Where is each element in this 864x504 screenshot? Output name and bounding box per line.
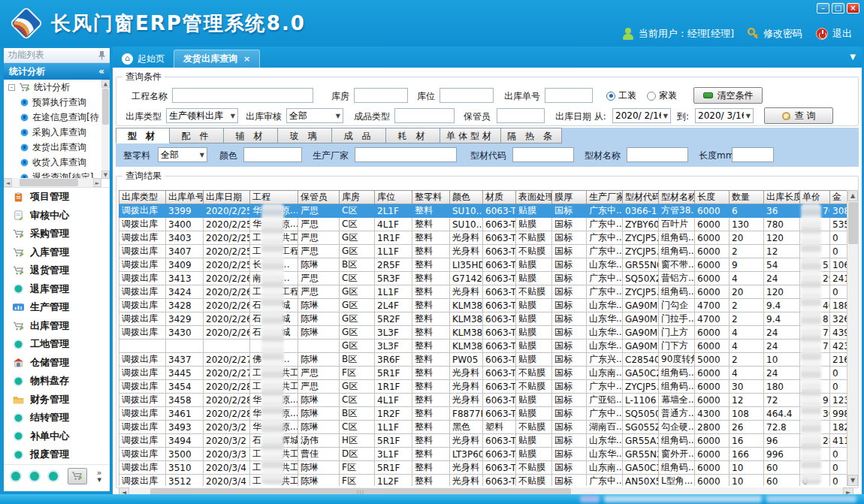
outbound-audit-select[interactable]: 全部 ▼ [286, 108, 343, 123]
location-input[interactable] [440, 88, 494, 103]
sidebar-item-7[interactable]: 生产管理 [4, 298, 110, 317]
profile-name-input[interactable] [627, 147, 688, 162]
profile-code-input[interactable] [512, 147, 574, 162]
table-row[interactable]: 调拨出库34002020/2/25华原...严思C区4L1F整料SU10...6… [119, 218, 851, 231]
sidebar-tree-item-5[interactable]: 收货入库查询 [4, 155, 101, 170]
sidebar-item-4[interactable]: 入库管理 [4, 243, 110, 262]
material-tab-1[interactable]: 型 材 [116, 128, 170, 143]
radio-jiazhuang[interactable]: 家装 [647, 89, 677, 102]
scroll-up-icon[interactable]: ▲ [101, 80, 110, 88]
column-header[interactable]: 型材名称 [659, 191, 695, 204]
table-row[interactable]: 调拨出库34942020/3/2石辉城汤伟H区5R1F整料光身料6063-T5贴… [119, 434, 851, 448]
table-row[interactable]: 调拨出库34302020/2/26石城陈琳G区3L3F整料KLM38176063… [119, 326, 851, 340]
column-header[interactable]: 单价 [800, 191, 830, 204]
table-row[interactable]: 调拨出库34032020/2/25工共工程严思G区1R1F整料光身料6063-T… [119, 231, 851, 245]
table-row[interactable]: 调拨出库34092020/2/25长...陈琳B区2R5F整料LI35HD606… [119, 258, 851, 272]
tree-hscroll-thumb[interactable] [20, 179, 78, 186]
sidebar-item-10[interactable]: 仓储管理 [4, 354, 110, 373]
column-header[interactable]: 数量 [730, 191, 764, 204]
tree-expander-icon[interactable]: - [8, 84, 15, 91]
sidebar-item-8[interactable]: 出库管理 [4, 317, 110, 336]
tree-vertical-scrollbar[interactable]: ▲ ▼ [101, 80, 110, 179]
material-tab-3[interactable]: 辅 材 [224, 128, 278, 143]
table-row[interactable]: 调拨出库34542020/2/28工共工程严思G区1R1F整料光身料6063-T… [119, 380, 851, 394]
clear-conditions-button[interactable]: 清空条件 [693, 87, 763, 104]
column-header[interactable]: 长度 [695, 191, 730, 204]
table-row[interactable]: 调拨出库35122020/3/4工共工程陈琳F区1L2F整料光身料6063-T5… [119, 475, 851, 487]
module-dot-icon[interactable] [11, 472, 20, 481]
length-input[interactable] [732, 147, 774, 162]
sidebar-item-12[interactable]: 财务管理 [4, 391, 110, 409]
table-row[interactable]: 调拨出库34242020/2/26工工程严思G区1L1F整料光身料6063-T5… [119, 285, 851, 299]
sidebar-tree-item-3[interactable]: 采购入库查询 [4, 125, 101, 140]
table-row[interactable]: 调拨出库34452020/2/27工共工程严思F区5R1F整料光身料6063-T… [119, 367, 851, 380]
tab-shipment-outbound-query[interactable]: 发货出库查询 × [174, 50, 260, 68]
column-header[interactable]: 膜厚 [552, 191, 587, 204]
module-cart-button[interactable] [68, 468, 87, 484]
column-header[interactable]: 整零料 [412, 191, 450, 204]
column-header[interactable]: 出库日期 [204, 191, 250, 204]
column-header[interactable]: 表面处理 [516, 191, 552, 204]
column-header[interactable]: 型材代码 [623, 191, 659, 204]
table-row[interactable]: 调拨出库35002020/3/3工共工程曹佳D区3L1F整料LT3P606063… [119, 448, 851, 461]
date-to-select[interactable]: 2020/ 3/16 ▼ [695, 108, 754, 123]
tab-close-icon[interactable]: × [243, 54, 250, 64]
column-header[interactable]: 库房 [340, 191, 375, 204]
sidebar-item-13[interactable]: 结转管理 [4, 409, 110, 427]
table-row[interactable]: 调拨出库34132020/2/26南...严思C区5R3F整料G71422606… [119, 272, 851, 285]
sidebar-item-11[interactable]: 物料盘存 [4, 372, 110, 391]
table-vertical-scrollbar[interactable]: ▲ ▼ [847, 190, 858, 486]
color-input[interactable] [243, 147, 302, 162]
column-header[interactable]: 出库长度 [764, 191, 800, 204]
sidebar-tree-item-4[interactable]: 发货出库查询 [4, 140, 101, 155]
table-vscroll-thumb[interactable] [848, 202, 858, 244]
sidebar-tree-item-2[interactable]: 在途信息查询[待 [4, 110, 101, 125]
material-tab-2[interactable]: 配 件 [170, 128, 224, 143]
column-header[interactable]: 材质 [483, 191, 516, 204]
scroll-up-icon[interactable]: ▲ [847, 190, 858, 201]
date-from-select[interactable]: 2020/ 2/16 ▼ [612, 108, 671, 123]
keeper-input[interactable] [497, 108, 545, 123]
module-dot-icon[interactable] [49, 472, 58, 481]
material-tab-4[interactable]: 玻 璃 [278, 128, 332, 143]
material-tab-5[interactable]: 成 品 [332, 128, 386, 143]
material-tab-8[interactable]: 隔 热 条 [501, 128, 562, 143]
column-header[interactable]: 保管员 [298, 191, 340, 204]
sidebar-item-5[interactable]: 退货管理 [4, 261, 110, 280]
column-header[interactable]: 颜色 [450, 191, 483, 204]
tree-horizontal-scrollbar[interactable]: ◄ ► [4, 178, 101, 187]
sidebar-item-9[interactable]: 工地管理 [4, 335, 110, 354]
minimize-button[interactable]: – [817, 3, 829, 14]
scroll-right-icon[interactable]: ► [93, 178, 101, 187]
factory-input[interactable] [355, 147, 457, 162]
sidebar-item-6[interactable]: 退库管理 [4, 280, 110, 299]
table-row[interactable]: 调拨出库34072020/2/25工工程严思G区1L1F整料光身料6063-T5… [119, 245, 851, 258]
scroll-down-icon[interactable]: ▼ [101, 171, 110, 179]
collapse-icon[interactable]: « [98, 66, 104, 77]
column-header[interactable]: 库位 [375, 191, 412, 204]
material-tab-6[interactable]: 耗 材 [386, 128, 440, 143]
outbound-type-select[interactable]: 生产领料出库 ▼ [166, 108, 238, 123]
sidebar-tree-item-1[interactable]: 预算执行查询 [4, 95, 101, 110]
material-tab-7[interactable]: 单体型材 [440, 128, 501, 143]
table-row[interactable]: 调拨出库34282020/2/26石城陈琳G区2L4F整料KLM38176063… [119, 299, 851, 312]
table-row[interactable]: 调拨出库34372020/2/27佛...陈琳B区3R6F整料PW056063-… [119, 353, 851, 367]
tree-root-statistics[interactable]: -统计分析 [4, 80, 101, 95]
sidebar-item-3[interactable]: 采购管理 [4, 225, 110, 243]
accordion-overflow-button[interactable]: »▾ [97, 469, 102, 483]
search-button[interactable]: 查 询 [764, 107, 833, 124]
table-row[interactable]: 调拨出库33992020/2/25华原...严思C区2L1F整料SU10...6… [119, 204, 851, 218]
warehouse-input[interactable] [354, 88, 408, 103]
change-password-button[interactable]: 修改密码 [748, 27, 802, 41]
statistics-section-header[interactable]: 统计分析 « [4, 63, 110, 80]
column-header[interactable]: 生产厂家 [587, 191, 623, 204]
project-name-input[interactable] [172, 88, 313, 103]
tab-overflow-icon[interactable]: ▼ [850, 53, 856, 61]
logout-button[interactable]: 退出 [816, 27, 852, 41]
table-row[interactable]: 调拨出库35102020/3/4工共工程陈琳F区5R1F整料光身料6063-T5… [119, 461, 851, 475]
tree-vscroll-thumb[interactable] [102, 89, 109, 125]
table-row[interactable]: 调拨出库34292020/2/26石城陈琳G区5R2F整料KLM38176063… [119, 312, 851, 326]
table-row[interactable]: 调拨出库34582020/2/28华原...陈琳C区4L1F整料光身料6063-… [119, 394, 851, 407]
column-header[interactable]: 出库单号 [166, 191, 204, 204]
part-type-select[interactable]: 全部 ▼ [158, 147, 207, 162]
